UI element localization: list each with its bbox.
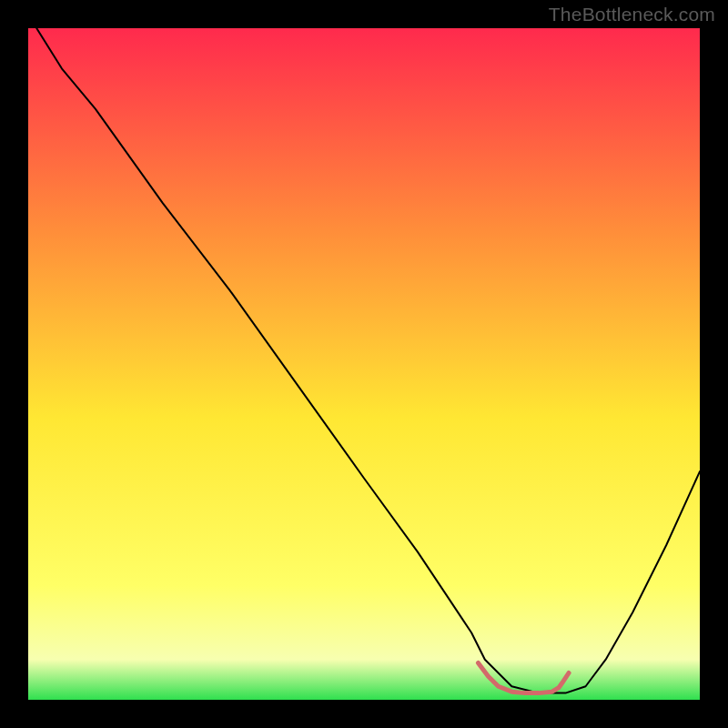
gradient-background [28,28,700,700]
chart-frame: TheBottleneck.com [0,0,728,728]
chart-svg [28,28,700,700]
watermark-label: TheBottleneck.com [549,4,715,25]
plot-area [28,28,700,700]
